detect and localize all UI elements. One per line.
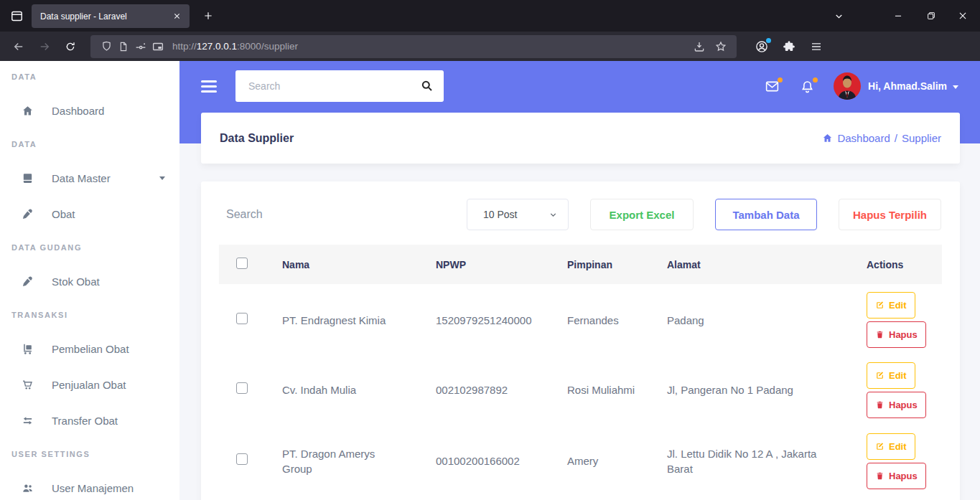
sidebar-item-obat[interactable]: Obat <box>0 196 179 232</box>
cell-alamat: Jl, Pangeran No 1 Padang <box>667 356 867 424</box>
back-icon[interactable] <box>9 37 29 57</box>
sidebar-item-data-master[interactable]: Data Master <box>0 160 179 196</box>
app-navbar: Hi, Ahmad.Salim <box>179 61 980 111</box>
bookmark-star-icon[interactable] <box>712 38 729 55</box>
edit-button-label: Edit <box>889 439 907 454</box>
page-header-card: Data Supplier Dashboard / Supplier <box>201 113 960 164</box>
tambah-data-button[interactable]: Tambah Data <box>715 199 817 230</box>
sidebar-item-label: Stok Obat <box>52 275 100 288</box>
tab-close-icon[interactable] <box>169 9 184 24</box>
user-menu[interactable]: Hi, Ahmad.Salim <box>868 80 958 92</box>
hapus-button[interactable]: Hapus <box>867 321 926 348</box>
trash-icon <box>875 400 885 410</box>
page-title: Data Supplier <box>220 132 294 145</box>
edit-button[interactable]: Edit <box>867 433 915 460</box>
new-tab-icon[interactable] <box>198 6 218 26</box>
row-checkbox[interactable] <box>236 313 248 324</box>
account-icon[interactable] <box>751 36 773 57</box>
sidebar-item-label: Pembelian Obat <box>52 343 129 355</box>
sidebar-item-penjualan-obat[interactable]: Penjualan Obat <box>0 367 179 402</box>
column-header-alamat: Alamat <box>667 245 867 284</box>
sidebar-item-dashboard[interactable]: Dashboard <box>0 93 179 128</box>
sidebar-item-transfer-obat[interactable]: Transfer Obat <box>0 402 179 438</box>
sidebar-item-label: Transfer Obat <box>52 415 118 427</box>
sidebar-toggle-icon[interactable] <box>201 80 218 93</box>
cell-npwp: 002102987892 <box>436 356 567 424</box>
extensions-icon[interactable] <box>778 36 800 57</box>
edit-icon <box>875 442 885 451</box>
sidebar-item-user-manajemen[interactable]: User Manajemen <box>0 470 179 500</box>
edit-button-label: Edit <box>889 368 907 383</box>
cell-pimpinan: Rosi Muliahmi <box>567 356 667 424</box>
mail-icon[interactable] <box>765 79 780 94</box>
per-page-value: 10 Post <box>483 209 517 220</box>
sidebar-section-header: DATA GUDANG <box>0 232 179 263</box>
sidebar: DATA Dashboard DATA Data Master Obat DAT… <box>0 61 179 500</box>
cart-icon <box>20 379 34 391</box>
cell-pimpinan: Amery <box>567 424 667 498</box>
url-bar[interactable]: http://127.0.0.1:8000/supplier <box>90 35 737 58</box>
home-icon <box>20 105 34 117</box>
search-input[interactable] <box>235 70 444 102</box>
navbar-search <box>235 70 444 102</box>
toolbar-right-cluster <box>745 36 827 57</box>
hapus-button[interactable]: Hapus <box>867 392 926 418</box>
url-host: 127.0.0.1 <box>197 41 237 52</box>
url-scheme: http:// <box>172 41 197 52</box>
search-icon[interactable] <box>420 79 434 93</box>
sidebar-item-label: Dashboard <box>52 105 104 117</box>
column-header-nama: Nama <box>282 245 436 284</box>
breadcrumb-dashboard-link[interactable]: Dashboard <box>837 132 890 144</box>
browser-tab[interactable]: Data supplier - Laravel <box>32 4 190 28</box>
main-area: Hi, Ahmad.Salim Data Supplier Dashboard … <box>179 61 980 500</box>
tab-list-chevron-icon[interactable] <box>827 4 850 27</box>
minimize-icon[interactable] <box>887 4 910 27</box>
browser-titlebar: Data supplier - Laravel <box>0 0 980 32</box>
row-checkbox[interactable] <box>236 453 248 465</box>
edit-button[interactable]: Edit <box>867 362 915 389</box>
menu-icon[interactable] <box>806 36 827 57</box>
download-icon[interactable] <box>691 38 708 55</box>
hapus-terpilih-button[interactable]: Hapus Terpilih <box>839 199 941 230</box>
cell-nama: PT. Dragon Amerys Group <box>282 424 436 498</box>
avatar[interactable] <box>834 72 861 100</box>
sidebar-section-header: DATA <box>0 128 179 160</box>
tab-title: Data supplier - Laravel <box>40 11 169 22</box>
sidebar-section-header: DATA <box>0 61 179 93</box>
hapus-button-label: Hapus <box>889 468 918 484</box>
picture-in-picture-icon[interactable] <box>149 38 167 55</box>
sidebar-item-pembelian-obat[interactable]: Pembelian Obat <box>0 331 179 367</box>
mail-notification-dot <box>778 77 783 82</box>
hapus-button[interactable]: Hapus <box>867 463 926 489</box>
cell-npwp: 1520979251240000 <box>436 284 567 356</box>
per-page-select[interactable]: 10 Post <box>467 199 569 230</box>
sidebar-item-label: Data Master <box>52 172 111 184</box>
tracking-shield-icon[interactable] <box>98 38 115 55</box>
reader-toggle-icon[interactable] <box>132 38 149 55</box>
url-text[interactable]: http://127.0.0.1:8000/supplier <box>172 41 691 52</box>
account-notification-dot <box>766 38 771 43</box>
home-icon <box>822 133 833 143</box>
firefox-view-icon[interactable] <box>6 6 27 26</box>
breadcrumb: Dashboard / Supplier <box>822 132 941 144</box>
sidebar-section-header: TRANSAKSI <box>0 299 179 331</box>
supplier-table: Nama NPWP Pimpinan Alamat Actions PT. En… <box>219 245 942 498</box>
select-all-checkbox[interactable] <box>236 258 248 269</box>
bell-icon[interactable] <box>800 79 815 94</box>
sidebar-item-label: Penjualan Obat <box>52 379 126 391</box>
caret-down-icon <box>953 85 958 89</box>
export-excel-button[interactable]: Export Excel <box>590 199 694 230</box>
forward-icon[interactable] <box>34 37 55 57</box>
cell-npwp: 00100200166002 <box>436 424 567 498</box>
edit-button[interactable]: Edit <box>867 292 915 319</box>
reload-icon[interactable] <box>60 37 80 57</box>
table-row: PT. Endragnest Kimia 1520979251240000 Fe… <box>219 284 942 356</box>
close-window-icon[interactable] <box>951 4 974 27</box>
restore-window-icon[interactable] <box>920 4 943 27</box>
sidebar-item-stok-obat[interactable]: Stok Obat <box>0 263 179 299</box>
book-icon <box>20 172 34 184</box>
row-checkbox[interactable] <box>236 382 248 394</box>
sidebar-section-header: USER SETTINGS <box>0 438 179 470</box>
page-info-icon[interactable] <box>115 38 132 55</box>
trash-icon <box>875 330 885 339</box>
